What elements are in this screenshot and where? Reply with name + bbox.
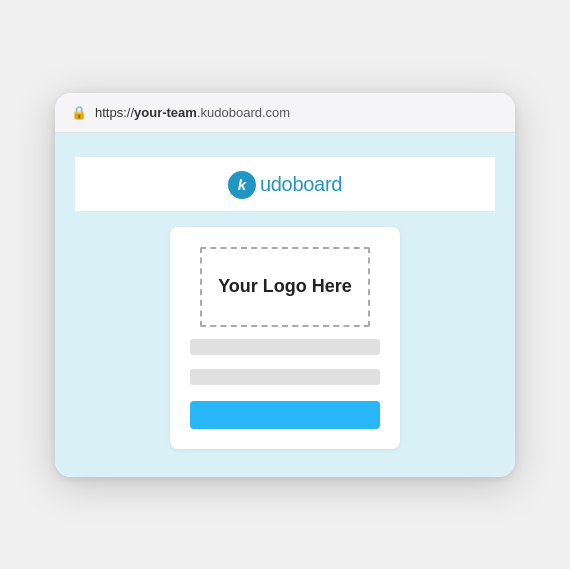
username-input-placeholder[interactable] [190,339,380,355]
kudoboard-k-icon: k [228,171,256,199]
logo-placeholder: Your Logo Here [200,247,370,327]
browser-chrome: 🔒 https://your-team.kudoboard.com [55,93,515,133]
browser-window: 🔒 https://your-team.kudoboard.com k udob… [55,93,515,477]
browser-body: k udoboard Your Logo Here [55,133,515,477]
password-input-placeholder[interactable] [190,369,380,385]
url-suffix: .kudoboard.com [197,105,290,120]
logo-placeholder-text: Your Logo Here [218,275,352,298]
login-button-placeholder[interactable] [190,401,380,429]
kudoboard-header: k udoboard [75,157,495,211]
url-prefix: https:// [95,105,134,120]
lock-icon: 🔒 [71,105,87,120]
kudoboard-logo-text: udoboard [260,173,342,196]
url-bar: https://your-team.kudoboard.com [95,105,290,120]
login-card: Your Logo Here [170,227,400,449]
kudoboard-logo: k udoboard [228,171,342,199]
url-team: your-team [134,105,197,120]
